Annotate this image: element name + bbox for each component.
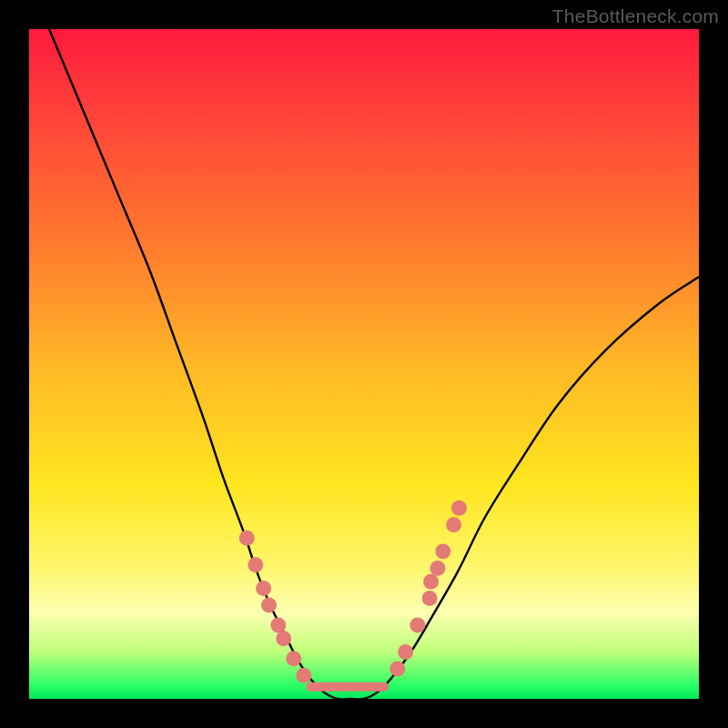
curve-dot — [435, 544, 450, 560]
curve-dot — [256, 581, 271, 596]
dots-right-group — [389, 500, 467, 677]
curve-svg — [29, 29, 699, 699]
curve-dot — [239, 531, 255, 546]
curve-dot — [248, 557, 263, 572]
curve-dot — [398, 644, 413, 660]
chart-frame: TheBottleneck.com — [0, 0, 728, 728]
watermark-text: TheBottleneck.com — [552, 5, 719, 27]
curve-dot — [446, 517, 461, 532]
curve-dot — [276, 631, 291, 646]
curve-dot — [423, 574, 439, 590]
curve-dot — [261, 597, 277, 612]
bottleneck-curve — [49, 29, 699, 700]
curve-dot — [389, 661, 405, 676]
curve-dot — [296, 668, 311, 683]
curve-dot — [410, 618, 425, 633]
plot-area — [29, 29, 699, 699]
curve-dot — [422, 591, 438, 606]
curve-dot — [451, 500, 467, 516]
curve-dot — [270, 618, 286, 633]
curve-dot — [286, 651, 301, 666]
curve-dot — [430, 561, 445, 576]
